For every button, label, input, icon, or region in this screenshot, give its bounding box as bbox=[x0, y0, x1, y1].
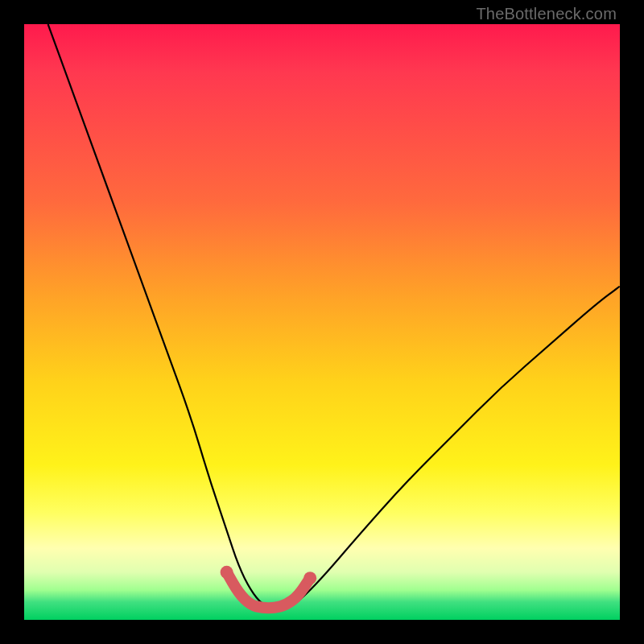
chart-frame: TheBottleneck.com bbox=[0, 0, 644, 644]
curve-layer bbox=[24, 24, 620, 620]
watermark-text: TheBottleneck.com bbox=[476, 5, 617, 23]
plot-area bbox=[24, 24, 620, 620]
bottleneck-curve bbox=[48, 24, 620, 608]
highlight-dot-end bbox=[303, 572, 316, 584]
highlight-dot-start bbox=[221, 566, 233, 579]
optimal-zone-highlight bbox=[227, 572, 311, 608]
